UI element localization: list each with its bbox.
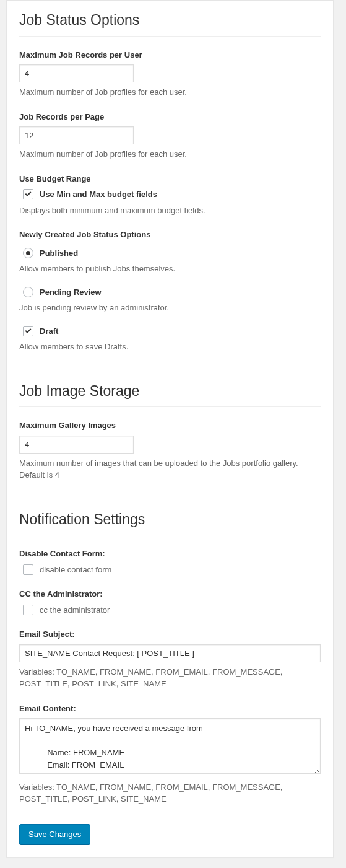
input-email-subject[interactable] (19, 644, 321, 662)
option-label-draft: Draft (40, 325, 58, 338)
label-disable-contact: Disable Contact Form: (19, 548, 321, 560)
checkbox-use-min-max[interactable] (23, 189, 33, 199)
field-max-records: Maximum Job Records per User Maximum num… (19, 49, 321, 99)
label-new-status: Newly Created Job Status Options (19, 229, 321, 241)
desc-email-content: Variables: TO_NAME, FROM_NAME, FROM_EMAI… (19, 781, 321, 805)
option-label-published: Published (40, 247, 78, 260)
input-max-gallery[interactable] (19, 436, 134, 454)
input-max-records[interactable] (19, 64, 134, 82)
desc-draft: Allow members to save Drafts. (19, 341, 321, 353)
checkbox-cc-admin[interactable] (23, 605, 33, 615)
field-disable-contact: Disable Contact Form: disable contact fo… (19, 548, 321, 576)
desc-published: Allow members to publish Jobs themselves… (19, 263, 321, 275)
option-label-use-min-max: Use Min and Max budget fields (40, 188, 157, 201)
desc-budget-range: Displays both minimum and maximum budget… (19, 204, 321, 217)
field-cc-admin: CC the Administrator: cc the administrat… (19, 588, 321, 616)
desc-pending: Job is pending review by an administrato… (19, 302, 321, 314)
field-budget-range: Use Budget Range Use Min and Max budget … (19, 173, 321, 217)
label-cc-admin: CC the Administrator: (19, 588, 321, 600)
checkbox-draft[interactable] (23, 326, 33, 336)
desc-max-gallery: Maximum number of images that can be upl… (19, 457, 321, 481)
field-max-gallery: Maximum Gallery Images Maximum number of… (19, 419, 321, 481)
option-label-pending: Pending Review (40, 286, 102, 299)
radio-published[interactable] (23, 248, 33, 258)
section-title-job-status: Job Status Options (19, 1, 321, 37)
desc-max-records: Maximum number of Job profiles for each … (19, 86, 321, 99)
label-max-records: Maximum Job Records per User (19, 49, 321, 61)
section-title-notifications: Notification Settings (19, 500, 321, 536)
textarea-email-content[interactable] (19, 718, 321, 774)
field-new-status: Newly Created Job Status Options Publish… (19, 229, 321, 353)
desc-per-page: Maximum number of Job profiles for each … (19, 148, 321, 160)
option-label-cc-admin: cc the administrator (40, 604, 110, 616)
field-email-subject: Email Subject: Variables: TO_NAME, FROM_… (19, 628, 321, 690)
field-email-content: Email Content: Variables: TO_NAME, FROM_… (19, 703, 321, 805)
radio-pending[interactable] (23, 287, 33, 297)
field-per-page: Job Records per Page Maximum number of J… (19, 111, 321, 160)
save-changes-button[interactable]: Save Changes (19, 824, 90, 844)
desc-email-subject: Variables: TO_NAME, FROM_NAME, FROM_EMAI… (19, 666, 321, 690)
section-title-image-storage: Job Image Storage (19, 372, 321, 408)
option-label-disable-contact: disable contact form (40, 564, 111, 576)
checkbox-disable-contact[interactable] (23, 564, 33, 575)
label-per-page: Job Records per Page (19, 111, 321, 123)
label-max-gallery: Maximum Gallery Images (19, 419, 321, 432)
input-per-page[interactable] (19, 126, 134, 144)
label-email-content: Email Content: (19, 703, 321, 715)
label-email-subject: Email Subject: (19, 628, 321, 641)
label-budget-range: Use Budget Range (19, 173, 321, 185)
